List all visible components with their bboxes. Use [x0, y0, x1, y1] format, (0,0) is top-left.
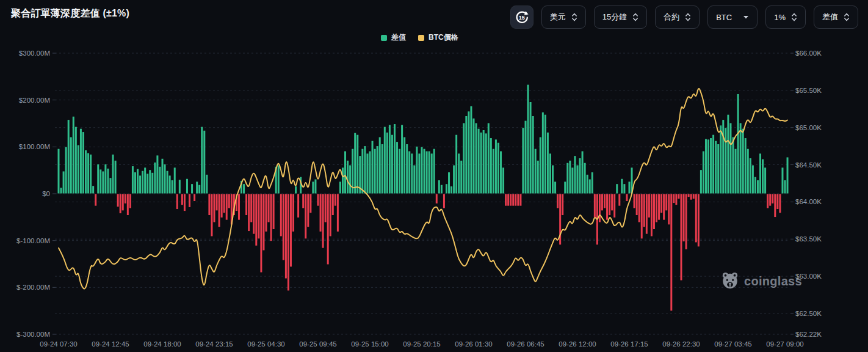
gridlines: [55, 53, 790, 334]
svg-text:$64.50K: $64.50K: [795, 161, 822, 169]
svg-text:09-25 20:15: 09-25 20:15: [403, 340, 440, 348]
svg-text:$65.50K: $65.50K: [795, 87, 822, 94]
svg-text:$62.50K: $62.50K: [795, 310, 822, 317]
svg-text:$64.00K: $64.00K: [795, 198, 822, 205]
svg-text:09-24 18:00: 09-24 18:00: [143, 340, 181, 348]
coinglass-wordmark: coinglass: [744, 274, 802, 288]
svg-text:$62.22K: $62.22K: [795, 331, 822, 338]
svg-text:$-300.00M: $-300.00M: [16, 331, 50, 338]
diff-bar-series[interactable]: [58, 85, 789, 311]
svg-text:$200.00M: $200.00M: [19, 97, 50, 104]
svg-text:09-27 09:00: 09-27 09:00: [766, 340, 803, 348]
svg-text:09-24 23:15: 09-24 23:15: [195, 340, 233, 348]
svg-text:09-26 01:30: 09-26 01:30: [455, 340, 492, 348]
svg-text:09-25 04:30: 09-25 04:30: [247, 340, 284, 348]
svg-text:$-200.00M: $-200.00M: [16, 284, 50, 291]
depth-delta-page: 聚合訂單薄深度差值 (±1%) 15 美元 15分鐘 合約: [0, 0, 868, 352]
svg-text:09-25 09:45: 09-25 09:45: [299, 340, 336, 348]
svg-text:09-27 03:45: 09-27 03:45: [714, 340, 751, 348]
svg-text:09-25 15:00: 09-25 15:00: [351, 340, 388, 348]
svg-text:09-26 22:30: 09-26 22:30: [662, 340, 700, 348]
svg-text:$65.00K: $65.00K: [795, 124, 822, 131]
depth-diff-chart[interactable]: $300.00M$200.00M$100.00M$0$-100.00M$-200…: [0, 0, 868, 352]
svg-text:$100.00M: $100.00M: [19, 143, 50, 150]
svg-text:$0: $0: [42, 190, 50, 197]
svg-text:$-100.00M: $-100.00M: [16, 237, 50, 244]
svg-text:09-26 06:45: 09-26 06:45: [507, 340, 544, 348]
coinglass-bear-icon: [721, 271, 739, 291]
svg-text:$66.00K: $66.00K: [795, 50, 822, 57]
coinglass-watermark: coinglass: [721, 271, 802, 291]
svg-text:09-24 12:45: 09-24 12:45: [92, 340, 129, 348]
svg-text:09-26 12:00: 09-26 12:00: [559, 340, 596, 348]
svg-text:09-26 17:15: 09-26 17:15: [610, 340, 648, 348]
svg-text:$63.50K: $63.50K: [795, 235, 822, 243]
svg-text:$300.00M: $300.00M: [19, 50, 50, 57]
svg-text:09-24 07:30: 09-24 07:30: [40, 340, 77, 348]
